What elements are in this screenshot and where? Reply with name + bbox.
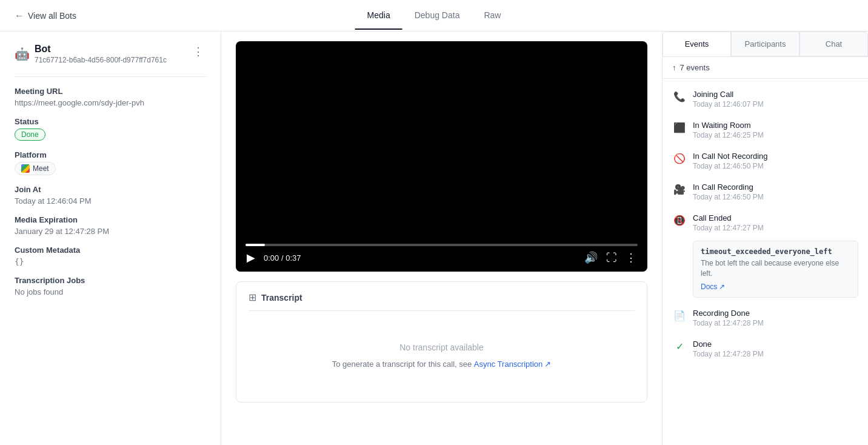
event-detail-code: timeout_exceeded_everyone_left — [701, 247, 850, 256]
join-at-label: Join At — [15, 185, 206, 194]
top-nav: ← View all Bots Media Debug Data Raw — [0, 0, 868, 32]
transcript-icon: ⊞ — [249, 292, 256, 303]
status-value: Done — [15, 129, 206, 141]
no-transcript-text: No transcript available — [261, 343, 623, 352]
back-label: View all Bots — [28, 11, 76, 21]
transcript-hint-prefix: To generate a transcript for this call, … — [332, 360, 472, 369]
bot-title-area: 🤖 Bot 71c67712-b6ab-4d56-800f-d977ff7d76… — [15, 44, 167, 64]
event-icon-col: 📵 — [672, 213, 687, 226]
docs-link-text: Docs — [701, 283, 717, 291]
recording-icon: 🎥 — [673, 184, 686, 195]
platform-value: Meet — [15, 162, 206, 175]
transcript-section: ⊞ Transcript No transcript available To … — [236, 281, 647, 403]
events-list: 📞 Joining Call Today at 12:46:07 PM ⬛ In… — [663, 79, 868, 445]
back-link[interactable]: ← View all Bots — [15, 10, 76, 21]
event-name: Recording Done — [693, 309, 858, 318]
done-icon: ✓ — [676, 341, 684, 352]
platform-badge: Meet — [15, 162, 56, 175]
more-button[interactable]: ⋮ — [624, 250, 638, 266]
tab-raw[interactable]: Raw — [472, 2, 513, 30]
transcription-jobs-label: Transcription Jobs — [15, 276, 206, 285]
docs-external-icon: ↗ — [719, 283, 725, 291]
bot-icon: 🤖 — [15, 47, 30, 61]
sidebar: 🤖 Bot 71c67712-b6ab-4d56-800f-d977ff7d76… — [0, 32, 221, 445]
tab-chat[interactable]: Chat — [800, 32, 868, 56]
transcript-header: ⊞ Transcript — [249, 292, 635, 311]
list-item: 📄 Recording Done Today at 12:47:28 PM — [663, 303, 868, 333]
event-name: In Waiting Room — [693, 121, 858, 130]
event-detail-desc: The bot left the call because everyone e… — [701, 258, 850, 279]
event-icon-col: 🚫 — [672, 152, 687, 164]
meet-icon — [21, 164, 30, 173]
waiting-room-icon: ⬛ — [673, 122, 686, 133]
event-body: In Call Recording Today at 12:46:50 PM — [693, 182, 858, 201]
event-time: Today at 12:46:50 PM — [693, 193, 858, 201]
progress-bar[interactable] — [245, 244, 638, 246]
event-name: In Call Recording — [693, 182, 858, 192]
controls-left: ▶ 0:00 / 0:37 — [245, 250, 301, 266]
recording-done-icon: 📄 — [673, 310, 686, 321]
event-name: Done — [693, 340, 858, 349]
tab-media[interactable]: Media — [355, 2, 402, 30]
right-panel: Events Participants Chat ↑ 7 events 📞 Jo… — [662, 32, 868, 445]
joining-call-icon: 📞 — [673, 91, 686, 102]
event-body: Joining Call Today at 12:46:07 PM — [693, 90, 858, 109]
right-panel-tabs: Events Participants Chat — [663, 32, 868, 57]
join-at-value: Today at 12:46:04 PM — [15, 196, 206, 206]
event-name: Joining Call — [693, 90, 858, 99]
async-transcription-link-text: Async Transcription — [474, 360, 542, 369]
center-content: ▶ 0:00 / 0:37 🔊 ⛶ ⋮ — [221, 32, 662, 445]
custom-metadata-label: Custom Metadata — [15, 246, 206, 255]
controls-right: 🔊 ⛶ ⋮ — [583, 250, 638, 266]
event-name: In Call Not Recording — [693, 152, 858, 161]
tab-participants[interactable]: Participants — [731, 32, 800, 56]
bot-name: Bot — [35, 44, 167, 55]
event-body: Recording Done Today at 12:47:28 PM — [693, 309, 858, 327]
fullscreen-button[interactable]: ⛶ — [605, 250, 618, 266]
media-expiration-label: Media Expiration — [15, 215, 206, 224]
event-icon-col: ✓ — [672, 340, 687, 352]
list-item: ⬛ In Waiting Room Today at 12:46:25 PM — [663, 115, 868, 146]
custom-metadata-value: {} — [15, 257, 206, 266]
transcript-title: Transcript — [261, 293, 302, 303]
time-display: 0:00 / 0:37 — [264, 253, 301, 263]
event-icon-col: 📄 — [672, 309, 687, 321]
time-current: 0:00 — [264, 253, 279, 263]
event-icon-col: 📞 — [672, 90, 687, 102]
list-item: ✓ Done Today at 12:47:28 PM — [663, 333, 868, 364]
events-count: ↑ 7 events — [663, 57, 868, 79]
event-icon-col: 🎥 — [672, 182, 687, 195]
events-count-text: 7 events — [680, 63, 710, 72]
bot-info: Bot 71c67712-b6ab-4d56-800f-d977ff7d761c — [35, 44, 167, 64]
event-body: Done Today at 12:47:28 PM — [693, 340, 858, 358]
transcript-empty: No transcript available To generate a tr… — [249, 318, 635, 381]
time-total: 0:37 — [285, 253, 301, 263]
back-arrow-icon: ← — [15, 10, 24, 21]
transcript-hint: To generate a transcript for this call, … — [261, 360, 623, 369]
bot-header: 🤖 Bot 71c67712-b6ab-4d56-800f-d977ff7d76… — [15, 44, 206, 64]
more-options-button[interactable]: ⋮ — [190, 44, 206, 59]
platform-badge-label: Meet — [33, 164, 49, 173]
event-time: Today at 12:46:50 PM — [693, 162, 858, 170]
bot-id: 71c67712-b6ab-4d56-800f-d977ff7d761c — [35, 56, 167, 64]
progress-fill — [245, 244, 265, 246]
event-time: Today at 12:47:28 PM — [693, 350, 858, 358]
video-player[interactable]: ▶ 0:00 / 0:37 🔊 ⛶ ⋮ — [236, 41, 647, 272]
event-time: Today at 12:47:28 PM — [693, 319, 858, 327]
list-item: 📞 Joining Call Today at 12:46:07 PM — [663, 84, 868, 115]
async-transcription-link[interactable]: Async Transcription ↗ — [474, 360, 551, 369]
event-body: Call Ended Today at 12:47:27 PM — [693, 213, 858, 232]
not-recording-icon: 🚫 — [673, 153, 686, 164]
event-name: Call Ended — [693, 213, 858, 222]
status-label: Status — [15, 117, 206, 126]
event-time: Today at 12:46:07 PM — [693, 100, 858, 109]
platform-label: Platform — [15, 150, 206, 159]
main-tabs: Media Debug Data Raw — [355, 2, 513, 30]
play-button[interactable]: ▶ — [245, 250, 256, 266]
docs-link[interactable]: Docs ↗ — [701, 283, 725, 291]
tab-debug[interactable]: Debug Data — [402, 2, 472, 30]
event-body: In Waiting Room Today at 12:46:25 PM — [693, 121, 858, 139]
tab-events[interactable]: Events — [663, 32, 731, 56]
volume-button[interactable]: 🔊 — [583, 250, 599, 266]
call-ended-icon: 📵 — [673, 215, 686, 226]
